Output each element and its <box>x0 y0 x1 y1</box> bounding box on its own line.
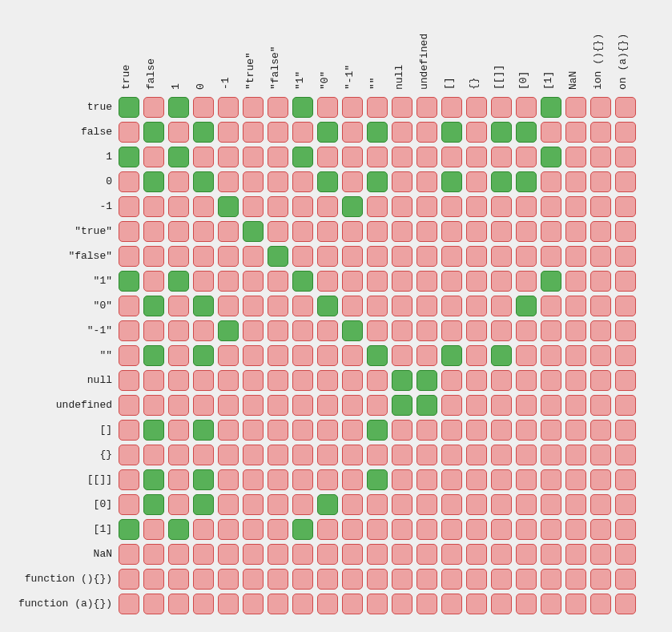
grid-cell <box>615 320 636 341</box>
grid-cell <box>193 147 214 167</box>
grid-cell <box>491 122 512 143</box>
grid-cell <box>292 296 313 316</box>
grid-cell <box>342 594 363 614</box>
grid-cell <box>590 519 611 540</box>
grid-cell <box>541 544 561 565</box>
row-label: [0] <box>0 498 112 510</box>
grid-cell <box>590 594 611 614</box>
grid-cell <box>218 122 239 143</box>
grid-cell <box>292 519 313 540</box>
grid-cell <box>292 171 313 192</box>
grid-cell <box>193 122 214 143</box>
grid-cell <box>491 469 512 490</box>
grid-cell <box>218 320 239 341</box>
grid-cell <box>590 569 611 590</box>
grid-cell <box>392 97 412 118</box>
grid-cell <box>143 246 164 267</box>
grid-cell <box>317 296 338 316</box>
grid-cell <box>119 271 139 292</box>
grid-cell <box>317 147 338 167</box>
grid-cell <box>516 494 537 515</box>
grid-cell <box>342 97 363 118</box>
grid-cell <box>218 246 239 267</box>
grid-cell <box>565 171 586 192</box>
grid-row: -1 <box>116 194 638 219</box>
grid-cell <box>317 544 338 565</box>
grid-cell <box>342 445 363 465</box>
grid-cell <box>590 345 611 366</box>
grid-cell <box>143 395 164 416</box>
grid-cell <box>615 122 636 143</box>
grid-cell <box>441 370 462 391</box>
grid-cell <box>218 469 239 490</box>
grid-cell <box>541 320 561 341</box>
grid-row: false <box>116 119 638 144</box>
grid-cell <box>243 544 264 565</box>
grid-cell <box>590 445 611 465</box>
grid-cell <box>243 395 264 416</box>
grid-cell <box>268 519 288 540</box>
grid-cell <box>541 494 561 515</box>
grid-cell <box>268 594 288 614</box>
grid-cell <box>491 345 512 366</box>
column-label: on (a){}) <box>617 34 629 90</box>
column-label: "" <box>368 77 380 90</box>
grid-cell <box>392 544 412 565</box>
grid-cell <box>516 271 537 292</box>
grid-cell <box>317 221 338 242</box>
grid-cell <box>565 147 586 167</box>
grid-cell <box>466 395 487 416</box>
grid-cell <box>416 271 437 292</box>
grid-cell <box>516 320 537 341</box>
grid-row: "0" <box>116 293 638 318</box>
grid-cell <box>218 196 239 217</box>
grid-cell <box>193 395 214 416</box>
grid-cell <box>268 271 288 292</box>
grid-cell <box>193 246 214 267</box>
grid-cell <box>193 494 214 515</box>
grid-cell <box>317 271 338 292</box>
grid-cell <box>367 569 388 590</box>
column-label: [1] <box>542 71 554 90</box>
grid-cell <box>193 345 214 366</box>
grid-cell <box>615 494 636 515</box>
grid-row: [] <box>116 417 638 442</box>
column-label: true <box>120 65 132 90</box>
grid-cell <box>615 296 636 316</box>
grid-cell <box>367 395 388 416</box>
grid-cell <box>565 594 586 614</box>
grid-cell <box>168 469 189 490</box>
grid-cell <box>193 296 214 316</box>
grid-cell <box>615 271 636 292</box>
grid-cell <box>392 494 412 515</box>
grid-cell <box>565 320 586 341</box>
grid-cell <box>416 246 437 267</box>
grid-cell <box>367 544 388 565</box>
grid-cell <box>342 147 363 167</box>
grid-cell <box>367 221 388 242</box>
grid-cell <box>119 370 139 391</box>
grid-cell <box>342 296 363 316</box>
grid-cell <box>367 420 388 441</box>
grid-cell <box>292 221 313 242</box>
column-label: [[]] <box>493 65 505 90</box>
grid-cell <box>168 370 189 391</box>
row-label: "true" <box>0 225 112 237</box>
grid-cell <box>342 221 363 242</box>
grid-cell <box>565 494 586 515</box>
grid-cell <box>243 296 264 316</box>
grid-cell <box>541 569 561 590</box>
grid-cell <box>491 221 512 242</box>
grid-cell <box>441 494 462 515</box>
grid-cell <box>243 320 264 341</box>
grid-cell <box>516 594 537 614</box>
grid-cell <box>143 569 164 590</box>
column-label: "0" <box>319 71 331 90</box>
grid-row: null <box>116 368 638 392</box>
grid-cell <box>466 271 487 292</box>
grid-cell <box>541 469 561 490</box>
grid-cell <box>466 594 487 614</box>
grid-cell <box>193 97 214 118</box>
row-label: 0 <box>0 175 112 187</box>
row-label: false <box>0 126 112 138</box>
